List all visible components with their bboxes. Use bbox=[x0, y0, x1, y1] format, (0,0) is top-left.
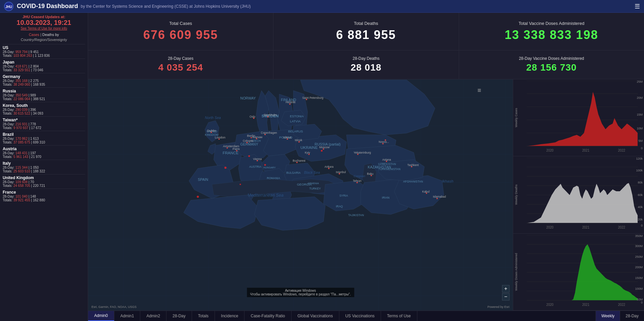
svg-text:AFGHANISTAN: AFGHANISTAN bbox=[403, 180, 423, 183]
country-name: Japan bbox=[3, 60, 85, 65]
28day-stats-bar: 28-Day Cases 4 035 254 28-Day Deaths 28 … bbox=[88, 50, 644, 79]
svg-text:Mediterranean Sea: Mediterranean Sea bbox=[248, 193, 283, 198]
country-item[interactable]: Korea, South 28-Day: 290 039 | 396 Total… bbox=[3, 102, 85, 116]
svg-text:2021: 2021 bbox=[582, 303, 589, 307]
country-item[interactable]: Italy 28-Day: 115 344 | 1 050 Totals: 25… bbox=[3, 160, 85, 174]
zoom-in-button[interactable]: + bbox=[502, 285, 509, 292]
28day-deaths-box: 28-Day Deaths 28 018 bbox=[273, 50, 459, 79]
svg-text:2022: 2022 bbox=[618, 226, 625, 229]
tab-us-vaccinations[interactable]: US Vaccinations bbox=[339, 311, 381, 321]
country-item[interactable]: Austria 28-Day: 148 431 | 197 Totals: 5 … bbox=[3, 145, 85, 160]
28day-deaths-value: 28 018 bbox=[351, 62, 382, 73]
country-totals: Totals: 37 085 675 | 699 310 bbox=[3, 141, 85, 144]
cases-header: Cases bbox=[29, 33, 39, 37]
tab-admin1[interactable]: Admin1 bbox=[114, 311, 141, 321]
country-name: Germany bbox=[3, 74, 85, 79]
country-item[interactable]: Germany 28-Day: 355 168 | 2 275 Totals: … bbox=[3, 73, 85, 87]
svg-text:Oslo: Oslo bbox=[250, 115, 256, 118]
map-area[interactable]: Black Sea Lake Balkhash North Sea Caspia… bbox=[88, 79, 513, 311]
country-item[interactable]: US 28-Day: 959 794 | 9 451 Totals: 103 8… bbox=[3, 44, 85, 58]
country-totals: Totals: 39 921 455 | 162 880 bbox=[3, 198, 85, 202]
country-name: US bbox=[3, 45, 85, 50]
svg-text:Tehran: Tehran bbox=[353, 179, 362, 183]
country-name: Taiwan* bbox=[3, 118, 85, 122]
center-right: Total Cases 676 609 955 Total Deaths 6 8… bbox=[88, 13, 644, 321]
weekly-vaccine-chart: Weekly Doses Administered 350M 300M 250M… bbox=[513, 234, 644, 311]
tab-incidence[interactable]: Incidence bbox=[215, 311, 244, 321]
cases-y-20m: 20M bbox=[637, 96, 643, 99]
tab-28day-right[interactable]: 28-Day bbox=[620, 311, 644, 321]
svg-text:UZBEKISTAN: UZBEKISTAN bbox=[378, 162, 396, 165]
total-cases-box: Total Cases 676 609 955 bbox=[88, 13, 273, 50]
country-item[interactable]: Japan 28-Day: 418 671 | 2 804 Totals: 33… bbox=[3, 58, 85, 73]
country-28day: 28-Day: 418 671 | 2 804 bbox=[3, 65, 85, 68]
total-vaccine-label: Total Vaccine Doses Administered bbox=[519, 21, 584, 26]
svg-text:Novos...: Novos... bbox=[379, 140, 389, 144]
svg-point-112 bbox=[239, 184, 241, 185]
tab-admin2[interactable]: Admin2 bbox=[140, 311, 166, 321]
tab-weekly[interactable]: Weekly bbox=[596, 311, 620, 321]
svg-text:ARMENIA: ARMENIA bbox=[308, 182, 319, 185]
tab-28-day[interactable]: 28-Day bbox=[166, 311, 192, 321]
svg-point-109 bbox=[248, 155, 250, 157]
svg-text:Black Sea: Black Sea bbox=[304, 170, 320, 174]
svg-text:Astana: Astana bbox=[382, 158, 391, 161]
svg-text:Islamabad: Islamabad bbox=[433, 195, 446, 198]
svg-text:Stockholm: Stockholm bbox=[264, 113, 277, 117]
svg-text:Copenhagen: Copenhagen bbox=[261, 131, 277, 134]
sidebar-column-headers: Cases | Deaths by Country/Region/Soverei… bbox=[3, 32, 85, 43]
jhu-terms-link[interactable]: See Terms of Use for more info bbox=[3, 27, 85, 30]
svg-text:2021: 2021 bbox=[582, 149, 589, 152]
svg-text:Minsk: Minsk bbox=[295, 138, 303, 142]
country-item[interactable]: France 28-Day: 101 040 | 148 Totals: 39 … bbox=[3, 189, 85, 203]
country-totals: Totals: 30 615 522 | 34 093 bbox=[3, 112, 85, 115]
tab-global-vaccinations[interactable]: Global Vaccinations bbox=[292, 311, 339, 321]
svg-text:UKRAINE: UKRAINE bbox=[301, 146, 318, 150]
dashboard-title: COVID-19 Dashboard bbox=[17, 3, 78, 10]
country-name: Russia bbox=[3, 89, 85, 93]
svg-text:SYRIA: SYRIA bbox=[339, 194, 348, 197]
country-totals: Totals: 103 804 263 | 1 123 836 bbox=[3, 54, 85, 57]
country-totals: Totals: 38 249 060 | 168 935 bbox=[3, 83, 85, 86]
country-totals: Totals: 25 603 510 | 188 322 bbox=[3, 169, 85, 173]
bottom-tab-bar: Admin0Admin1Admin228-DayTotalsIncidenceC… bbox=[88, 311, 644, 321]
dashboard-subtitle: by the Center for Systems Science and En… bbox=[81, 4, 251, 9]
svg-text:BELARUS: BELARUS bbox=[288, 129, 303, 133]
total-cases-value: 676 609 955 bbox=[143, 28, 218, 42]
tab-totals[interactable]: Totals bbox=[192, 311, 215, 321]
country-name: France bbox=[3, 190, 85, 195]
total-deaths-box: Total Deaths 6 881 955 bbox=[273, 13, 459, 50]
country-item[interactable]: Taiwan* 28-Day: 216 931 | 778 Totals: 9 … bbox=[3, 116, 85, 131]
svg-text:London: London bbox=[215, 135, 226, 139]
svg-point-110 bbox=[264, 164, 266, 166]
svg-text:GERMANY: GERMANY bbox=[240, 142, 258, 146]
svg-text:HUNGARY: HUNGARY bbox=[263, 166, 276, 169]
svg-text:Amsterdam: Amsterdam bbox=[223, 144, 239, 148]
svg-text:≡: ≡ bbox=[478, 87, 481, 94]
28day-cases-value: 4 035 254 bbox=[158, 62, 203, 73]
map-attribution: Esri, Garmin, FAO, NOAA, USGS bbox=[91, 305, 137, 309]
total-stats-bar: Total Cases 676 609 955 Total Deaths 6 8… bbox=[88, 13, 644, 50]
total-vaccine-value: 13 338 833 198 bbox=[505, 28, 598, 42]
weekly-deaths-chart: Weekly Deaths 120k 100k 80k 60k 40k 20k … bbox=[513, 156, 644, 233]
svg-point-107 bbox=[197, 196, 199, 198]
country-item[interactable]: Brazil 28-Day: 170 862 | 1 613 Totals: 3… bbox=[3, 131, 85, 145]
tab-terms-of-use[interactable]: Terms of Use bbox=[381, 311, 417, 321]
country-item[interactable]: United Kingdom 28-Day: 109 608 | 70 Tota… bbox=[3, 174, 85, 189]
svg-text:Cologne: Cologne bbox=[243, 139, 254, 143]
cases-y-5m: 5M bbox=[638, 139, 643, 143]
svg-text:Dublin: Dublin bbox=[207, 128, 216, 132]
svg-text:Saint Petersburg: Saint Petersburg bbox=[302, 96, 324, 99]
zoom-out-button[interactable]: − bbox=[502, 293, 509, 300]
total-deaths-label: Total Deaths bbox=[354, 21, 378, 26]
svg-text:North Sea: North Sea bbox=[205, 116, 221, 120]
svg-text:2020: 2020 bbox=[546, 149, 554, 152]
tab-admin0[interactable]: Admin0 bbox=[88, 311, 114, 321]
country-28day: 28-Day: 148 431 | 197 bbox=[3, 151, 85, 155]
svg-text:Warsaw: Warsaw bbox=[252, 135, 263, 138]
menu-icon[interactable]: ☰ bbox=[635, 3, 640, 10]
country-item[interactable]: Russia 28-Day: 350 549 | 989 Totals: 22 … bbox=[3, 87, 85, 102]
country-name: Korea, South bbox=[3, 103, 85, 108]
tab-case-fatality-ratio[interactable]: Case-Fatality Ratio bbox=[244, 311, 291, 321]
total-vaccine-box: Total Vaccine Doses Administered 13 338 … bbox=[459, 13, 644, 50]
